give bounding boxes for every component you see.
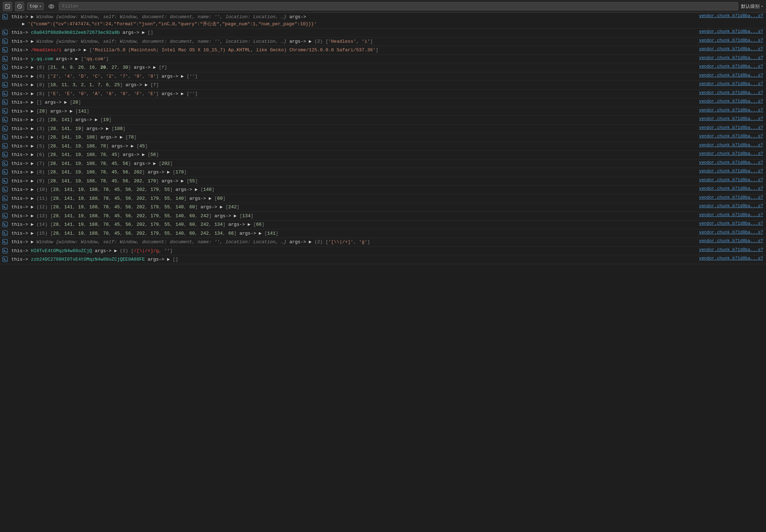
log-entry-source[interactable]: vendor.chunk.b71d8ba...s?: [696, 64, 766, 69]
log-entry-icon: [0, 46, 10, 53]
log-entry-icon: [0, 134, 10, 140]
svg-rect-24: [2, 100, 7, 105]
log-entry-source[interactable]: vendor.chunk.b71d8ba...s?: [696, 142, 766, 148]
log-entry-icon: [0, 177, 10, 184]
chevron-down-icon: ▾: [39, 4, 41, 9]
stop-button[interactable]: [15, 2, 24, 11]
log-row: this-> ▶ (11) [28, 141, 19, 188, 78, 45,…: [0, 194, 766, 203]
log-entry-content[interactable]: this-> /Headless/i args-> ▶ ['Mozilla/5.…: [10, 46, 696, 54]
clear-console-button[interactable]: [3, 2, 12, 11]
log-entry-source[interactable]: vendor.chunk.b71d8ba...s?: [696, 108, 766, 113]
log-entry-source[interactable]: vendor.chunk.b71d8ba...s?: [696, 38, 766, 43]
svg-rect-14: [2, 56, 7, 61]
log-row: this-> ▶ Window {window: Window, self: W…: [0, 238, 766, 247]
log-row: this-> ▶ (8) ['2', '4', 'D', 'C', '2', '…: [0, 72, 766, 81]
log-entry-source[interactable]: vendor.chunk.b71d8ba...s?: [696, 81, 766, 87]
log-entry-source[interactable]: vendor.chunk.b71d8ba...s?: [696, 195, 766, 200]
log-entry-source[interactable]: vendor.chunk.b71d8ba...s?: [696, 134, 766, 139]
log-entry-icon: [0, 195, 10, 201]
log-entry-content[interactable]: this-> HI0TvE4tOMqzN4w88oZCjQ args-> ▶ (…: [10, 247, 696, 255]
log-row: this-> ▶ (7) [28, 141, 19, 188, 78, 45, …: [0, 160, 766, 168]
log-entry-content[interactable]: this-> ▶ (8) [28, 141, 19, 188, 78, 45, …: [10, 168, 696, 176]
log-entry-content[interactable]: this-> y.qq.com args-> ▶ ['qq.com']: [10, 55, 696, 63]
log-entry-icon: [0, 151, 10, 157]
log-entry-content[interactable]: this-> ▶ Window {window: Window, self: W…: [10, 238, 696, 246]
log-entry-icon: [0, 256, 10, 262]
log-entry-content[interactable]: this-> ▶ (11) [28, 141, 19, 188, 78, 45,…: [10, 195, 696, 203]
log-entry-content[interactable]: this-> ▶ [28] args-> ▶ [141]: [10, 108, 696, 115]
log-level-selector[interactable]: 默认级别 ▾: [741, 3, 763, 10]
log-entry-icon: [0, 64, 10, 70]
log-entry-content[interactable]: this-> ▶ (12) [28, 141, 19, 188, 78, 45,…: [10, 203, 696, 211]
log-entry-icon: [0, 55, 10, 62]
log-entry-content[interactable]: this-> ▶ (9) [28, 141, 19, 188, 78, 45, …: [10, 177, 696, 185]
log-row: this-> ▶ [] args-> ▶ [28]vendor.chunk.b7…: [0, 98, 766, 107]
log-entry-content[interactable]: this-> ▶ (3) [28, 141, 19] args-> ▶ [188…: [10, 125, 696, 133]
log-entry-source[interactable]: vendor.chunk.b71d8ba...s?: [696, 221, 766, 226]
log-row: this-> ▶ Window {window: Window, self: W…: [0, 13, 766, 28]
svg-rect-6: [2, 14, 7, 19]
log-entry-source[interactable]: vendor.chunk.b71d8ba...s?: [696, 230, 766, 235]
log-entry-icon: [0, 238, 10, 245]
log-entry-source[interactable]: vendor.chunk.b71d8ba...s?: [696, 186, 766, 192]
svg-rect-18: [2, 74, 7, 79]
log-entry-source[interactable]: vendor.chunk.b71d8ba...s?: [696, 116, 766, 122]
log-entry-source[interactable]: vendor.chunk.b71d8ba...s?: [696, 238, 766, 244]
log-row: this-> ▶ (8) [18, 11, 3, 2, 1, 7, 6, 25]…: [0, 81, 766, 90]
log-row: this-> ▶ (4) [28, 141, 19, 188] args-> ▶…: [0, 133, 766, 142]
svg-rect-10: [2, 39, 7, 44]
log-entry-content[interactable]: this-> ▶ (6) [28, 141, 19, 188, 78, 45] …: [10, 151, 696, 159]
log-entry-source[interactable]: vendor.chunk.b71d8ba...s?: [696, 13, 766, 19]
log-entry-content[interactable]: this-> ▶ (10) [28, 141, 19, 188, 78, 45,…: [10, 186, 696, 194]
svg-rect-28: [2, 117, 7, 122]
eye-button[interactable]: [47, 2, 56, 11]
log-entry-content[interactable]: this-> ▶ (8) [21, 4, 9, 26, 16, 20, 27, …: [10, 64, 696, 72]
log-entry-icon: [0, 38, 10, 44]
log-entry-icon: [0, 81, 10, 88]
log-entry-source[interactable]: vendor.chunk.b71d8ba...s?: [696, 256, 766, 261]
log-entry-content[interactable]: this-> ▶ Window {window: Window, self: W…: [10, 13, 696, 28]
log-entry-content[interactable]: this-> ▶ (4) [28, 141, 19, 188] args-> ▶…: [10, 134, 696, 141]
log-entry-content[interactable]: this-> ▶ (7) [28, 141, 19, 188, 78, 45, …: [10, 160, 696, 168]
log-entry-icon: [0, 29, 10, 35]
log-entry-source[interactable]: vendor.chunk.b71d8ba...s?: [696, 55, 766, 61]
log-entry-source[interactable]: vendor.chunk.b71d8ba...s?: [696, 177, 766, 183]
svg-rect-22: [2, 91, 7, 96]
log-entry-content[interactable]: this-> ▶ (8) [18, 11, 3, 2, 1, 7, 6, 25]…: [10, 81, 696, 89]
log-entry-source[interactable]: vendor.chunk.b71d8ba...s?: [696, 125, 766, 131]
log-entry-icon: [0, 160, 10, 166]
log-entry-content[interactable]: this-> ▶ [] args-> ▶ [28]: [10, 99, 696, 106]
context-selector[interactable]: top ▾: [27, 2, 44, 10]
log-entry-content[interactable]: this-> c8a043f88d8e9b012eeb72673ec92a8b …: [10, 29, 696, 37]
log-entry-source[interactable]: vendor.chunk.b71d8ba...s?: [696, 90, 766, 96]
log-entry-icon: [0, 99, 10, 105]
log-row: this-> ▶ (3) [28, 141, 19] args-> ▶ [188…: [0, 125, 766, 134]
log-row: this-> ▶ (8) [28, 141, 19, 188, 78, 45, …: [0, 168, 766, 177]
log-entry-source[interactable]: vendor.chunk.b71d8ba...s?: [696, 99, 766, 104]
log-entry-content[interactable]: this-> ▶ (13) [28, 141, 19, 188, 78, 45,…: [10, 212, 696, 220]
log-entry-content[interactable]: this-> zzb24DC2798HI0TvE4tOMqzN4w88oZCjQ…: [10, 256, 696, 264]
log-entry-content[interactable]: this-> ▶ (15) [28, 141, 19, 188, 78, 45,…: [10, 230, 696, 238]
log-row: this-> ▶ (13) [28, 141, 19, 188, 78, 45,…: [0, 212, 766, 221]
context-label: top: [30, 4, 38, 9]
svg-rect-20: [2, 82, 7, 87]
log-entry-source[interactable]: vendor.chunk.b71d8ba...s?: [696, 168, 766, 174]
log-entry-content[interactable]: this-> ▶ (8) ['E', 'E', '0', 'A', '8', '…: [10, 90, 696, 98]
log-entry-source[interactable]: vendor.chunk.b71d8ba...s?: [696, 212, 766, 218]
log-entry-source[interactable]: vendor.chunk.b71d8ba...s?: [696, 160, 766, 166]
log-entry-content[interactable]: this-> ▶ (8) ['2', '4', 'D', 'C', '2', '…: [10, 73, 696, 80]
log-entry-source[interactable]: vendor.chunk.b71d8ba...s?: [696, 203, 766, 209]
log-entry-source[interactable]: vendor.chunk.b71d8ba...s?: [696, 247, 766, 253]
svg-line-3: [19, 5, 21, 7]
log-entry-source[interactable]: vendor.chunk.b71d8ba...s?: [696, 29, 766, 35]
log-entry-content[interactable]: this-> ▶ (5) [28, 141, 19, 188, 78] args…: [10, 142, 696, 150]
log-row: this-> ▶ (5) [28, 141, 19, 188, 78] args…: [0, 142, 766, 151]
log-entry-source[interactable]: vendor.chunk.b71d8ba...s?: [696, 73, 766, 78]
log-entry-source[interactable]: vendor.chunk.b71d8ba...s?: [696, 151, 766, 157]
log-entry-content[interactable]: this-> ▶ Window {window: Window, self: W…: [10, 38, 696, 46]
log-entry-content[interactable]: this-> ▶ (2) [28, 141] args-> ▶ [19]: [10, 116, 696, 124]
filter-input[interactable]: [59, 2, 738, 10]
log-entry-content[interactable]: this-> ▶ (14) [28, 141, 19, 188, 78, 45,…: [10, 221, 696, 229]
svg-point-5: [51, 5, 52, 7]
log-entry-source[interactable]: vendor.chunk.b71d8ba...s?: [696, 46, 766, 52]
